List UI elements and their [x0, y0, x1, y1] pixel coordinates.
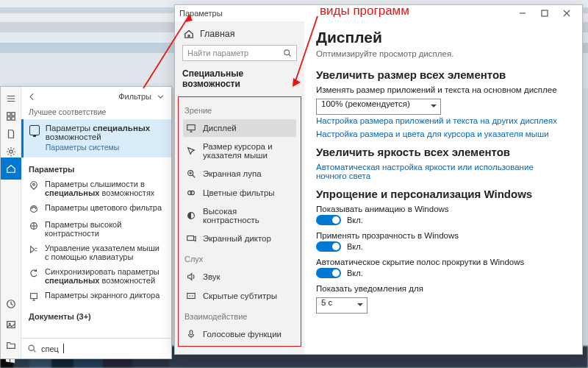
search-result[interactable]: Параметры экранного диктора [21, 288, 171, 305]
svg-point-7 [9, 323, 10, 325]
svg-rect-1 [11, 113, 14, 116]
nav-magnifier[interactable]: Экранная лупа [183, 165, 296, 183]
back-icon[interactable] [27, 92, 37, 102]
search-result[interactable]: Параметры слышимости в специальных возмо… [21, 177, 171, 200]
nav-high-contrast[interactable]: Высокая контрастность [183, 203, 296, 228]
svg-point-12 [29, 345, 34, 350]
svg-point-14 [284, 50, 290, 55]
svg-rect-20 [187, 236, 194, 241]
start-rail [1, 87, 21, 358]
chevron-down-icon[interactable] [156, 92, 165, 102]
svg-rect-0 [7, 113, 10, 116]
search-result[interactable]: Параметры цветового фильтра [21, 200, 171, 217]
scale-heading: Увеличить размер всех элементов [316, 68, 562, 81]
link-scale-other[interactable]: Настройка размера приложений и текста на… [316, 116, 562, 125]
nav-speech[interactable]: Голосовые функции [183, 325, 296, 343]
page-subtitle: Оптимизируйте просмотр дисплея. [316, 49, 562, 58]
notif-select[interactable]: 5 с [316, 297, 368, 314]
toggle-anim[interactable]: Вкл. [316, 215, 562, 225]
monitor-icon [29, 125, 40, 135]
search-result[interactable]: Параметры высокой контрастности [21, 217, 171, 241]
bright-heading: Увеличить яркость всех элементов [316, 146, 562, 158]
toggle-scroll[interactable]: Вкл. [316, 268, 562, 278]
link-bright[interactable]: Автоматическая настройка яркости или исп… [316, 163, 562, 180]
scale-desc: Изменять размер приложений и текста на о… [316, 85, 562, 94]
settings-content: Дисплей Оптимизируйте просмотр дисплея. … [304, 21, 582, 354]
top-result-subtitle: Параметры системы [46, 143, 165, 152]
nav-color-filters[interactable]: Цветные фильтры [183, 184, 296, 202]
search-result[interactable]: Синхронизировать параметры специальных в… [21, 264, 171, 288]
scale-select[interactable]: 100% (рекомендуется) [316, 99, 441, 115]
titlebar[interactable]: Параметры [175, 5, 582, 21]
link-cursor[interactable]: Настройка размера и цвета для курсора и … [316, 130, 562, 138]
svg-point-8 [33, 183, 35, 185]
svg-rect-3 [11, 117, 14, 120]
close-button[interactable] [556, 5, 578, 21]
search-icon [27, 344, 37, 353]
svg-rect-21 [187, 294, 196, 299]
group-hearing: Слух [183, 249, 296, 266]
svg-rect-2 [7, 117, 10, 120]
minimize-button[interactable] [512, 5, 534, 21]
page-title: Дисплей [316, 29, 562, 46]
settings-window: Параметры Главная Найти параметр Специал… [174, 4, 583, 355]
nav-narrator[interactable]: Экранный диктор [183, 230, 296, 247]
home-icon [184, 29, 194, 39]
best-match-label: Лучшее соответствие [21, 105, 171, 119]
nav-cursor[interactable]: Размер курсора и указателя мыши [183, 138, 296, 163]
filters-row: Фильтры [21, 87, 171, 105]
rail-folder-icon[interactable] [5, 339, 17, 351]
svg-rect-11 [31, 294, 37, 299]
svg-point-4 [9, 150, 12, 153]
rail-apps-icon[interactable] [5, 110, 17, 122]
top-result[interactable]: Параметры специальных возможностей Парам… [21, 119, 171, 158]
search-icon [283, 49, 292, 57]
search-result[interactable]: Управление указателем мыши с помощью кла… [21, 241, 171, 264]
notif-label: Показать уведомления для [316, 284, 562, 293]
start-body: Фильтры Лучшее соответствие Параметры сп… [21, 87, 171, 358]
category-header: Специальные возможности [182, 64, 297, 92]
top-result-title: Параметры специальных возможностей [46, 124, 165, 141]
rail-clock-icon[interactable] [5, 298, 17, 310]
toggle-trans[interactable]: Вкл. [316, 241, 562, 252]
nav-list: Зрение Дисплей Размер курсора и указател… [178, 96, 301, 347]
settings-sidebar: Главная Найти параметр Специальные возмо… [175, 21, 304, 354]
maximize-button[interactable] [534, 5, 556, 21]
start-search-panel: Фильтры Лучшее соответствие Параметры сп… [0, 86, 172, 359]
nav-sound[interactable]: Звук [183, 268, 296, 286]
simplify-heading: Упрощение и персонализация Windows [316, 188, 562, 200]
rail-doc-icon[interactable] [5, 128, 17, 140]
rail-picture-icon[interactable] [5, 319, 17, 330]
rail-gear-icon[interactable] [5, 146, 17, 158]
toggle-trans-label: Применять прозрачность в Windows [316, 231, 562, 240]
nav-captions[interactable]: Скрытые субтитры [183, 287, 296, 305]
search-query: спец [41, 344, 59, 353]
toggle-anim-label: Показывать анимацию в Windows [316, 205, 562, 213]
svg-point-18 [190, 191, 194, 194]
find-setting-input[interactable]: Найти параметр [182, 45, 297, 61]
window-title: Параметры [179, 9, 223, 18]
rail-menu-icon[interactable] [5, 93, 17, 105]
svg-rect-15 [187, 125, 196, 130]
rail-home-icon[interactable] [1, 158, 21, 180]
svg-rect-13 [542, 10, 548, 16]
group-interaction: Взаимодействие [183, 306, 296, 324]
group-vision: Зрение [183, 100, 296, 118]
home-button[interactable]: Главная [182, 26, 297, 42]
svg-rect-22 [190, 330, 193, 335]
documents-header[interactable]: Документы (3+) [21, 305, 171, 324]
results-section-header: Параметры [21, 158, 171, 177]
filters-label[interactable]: Фильтры [118, 92, 151, 101]
nav-display[interactable]: Дисплей [183, 119, 296, 137]
toggle-scroll-label: Автоматическое скрытие полос прокрутки в… [316, 258, 562, 266]
search-box[interactable]: спец [21, 338, 171, 358]
